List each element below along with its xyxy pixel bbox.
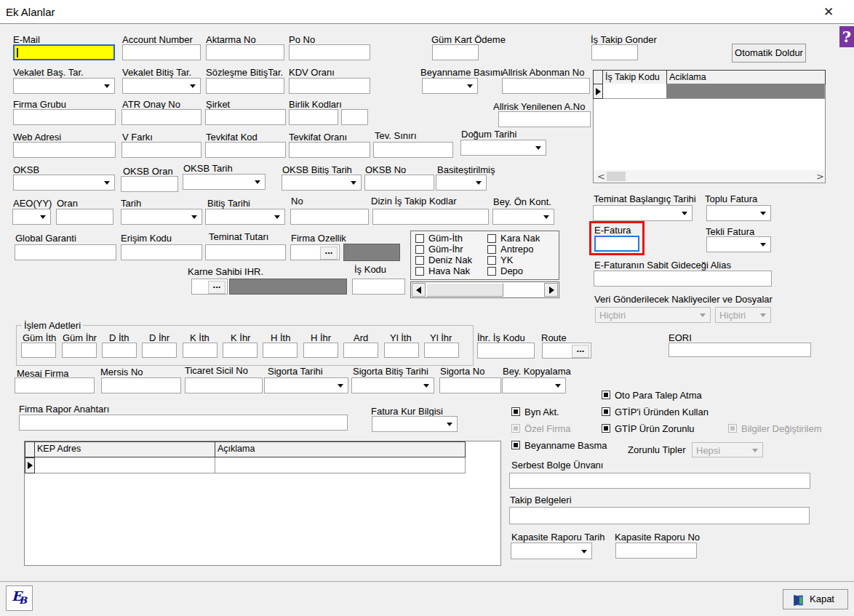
teminat-baslangic-combo[interactable] — [593, 205, 693, 221]
vekalet-bas-combo[interactable] — [13, 78, 115, 94]
scroll-thumb[interactable] — [607, 172, 626, 181]
ellipsis-button[interactable]: ... — [208, 281, 226, 294]
yl-ith-count-input[interactable] — [384, 343, 419, 358]
kara-nak-checkbox[interactable] — [487, 234, 496, 243]
teminat-tutari-input[interactable] — [205, 244, 286, 260]
po-no-input[interactable] — [289, 44, 370, 60]
sigorta-bitis-combo[interactable] — [351, 377, 434, 393]
close-icon[interactable]: ✕ — [819, 4, 838, 20]
oksb-combo[interactable] — [13, 175, 115, 191]
gum-ith-count-input[interactable] — [21, 343, 56, 358]
beyanname-basma-checkbox[interactable] — [511, 441, 520, 449]
fatura-kur-combo[interactable] — [372, 416, 458, 432]
scroll-left-button[interactable] — [412, 283, 426, 297]
scroll-right-icon[interactable]: > — [816, 172, 824, 182]
global-garanti-input[interactable] — [15, 244, 116, 260]
oran-input[interactable] — [56, 209, 113, 225]
gum-ihr-count-input[interactable] — [62, 343, 97, 358]
ihr-is-kodu-input[interactable] — [477, 343, 535, 359]
gum-kart-odeme-input[interactable] — [432, 44, 479, 60]
dizin-input[interactable] — [372, 209, 489, 225]
serbest-bolge-input[interactable] — [509, 473, 810, 489]
mesaj-firma-input[interactable] — [15, 377, 95, 393]
grid-h-scrollbar[interactable]: < > — [594, 170, 825, 183]
otomatik-doldur-button[interactable]: Otomatik Doldur — [732, 44, 806, 63]
oksb-tarih-combo[interactable] — [183, 174, 266, 190]
firma-grubu-input[interactable] — [13, 109, 116, 125]
toplu-fatura-combo[interactable] — [706, 205, 771, 221]
d-ith-count-input[interactable] — [102, 343, 137, 358]
hava-nak-checkbox[interactable] — [415, 267, 424, 276]
tevkifat-orani-input[interactable] — [289, 142, 370, 158]
kep-adres-column-header[interactable]: KEP Adres — [34, 441, 215, 457]
ellipsis-button[interactable]: ... — [320, 247, 338, 260]
kapasite-no-input[interactable] — [615, 543, 697, 559]
yk-checkbox[interactable] — [487, 256, 496, 265]
route-input[interactable]: ... — [542, 343, 591, 359]
grid-cell-aciklama-selected[interactable] — [666, 84, 825, 99]
erisim-kodu-input[interactable] — [121, 244, 202, 260]
ticaret-sicil-input[interactable] — [185, 377, 263, 393]
takip-belgeleri-input[interactable] — [509, 507, 810, 524]
eori-input[interactable] — [669, 343, 811, 357]
gum-ihr-checkbox[interactable] — [415, 245, 424, 254]
kapasite-tarih-combo[interactable] — [511, 543, 592, 559]
bitis-tarihi-combo[interactable] — [205, 209, 285, 225]
gtip-zorunlu-checkbox[interactable] — [602, 424, 610, 433]
nakliye-h-scrollbar[interactable] — [410, 281, 559, 298]
allrisk-yenilenen-input[interactable] — [498, 111, 591, 127]
firma-rapor-input[interactable] — [19, 415, 348, 431]
kapat-button[interactable]: Kapat — [783, 589, 848, 609]
help-icon[interactable]: ? — [839, 26, 854, 47]
h-ith-count-input[interactable] — [263, 343, 298, 358]
mersis-no-input[interactable] — [101, 377, 181, 393]
atr-onay-input[interactable] — [121, 109, 201, 125]
oksb-no-input[interactable] — [364, 175, 434, 191]
antrepo-checkbox[interactable] — [487, 245, 496, 254]
sigorta-no-input[interactable] — [439, 377, 501, 393]
e-fatura-input[interactable] — [594, 236, 639, 252]
tekli-fatura-combo[interactable] — [706, 236, 771, 252]
web-adresi-input[interactable] — [13, 142, 116, 158]
oto-para-checkbox[interactable] — [602, 391, 610, 399]
allrisk-abonman-input[interactable] — [502, 78, 590, 94]
oksb-oran-input[interactable] — [121, 176, 178, 192]
beyanname-basimi-combo[interactable] — [422, 78, 478, 94]
gtip-urunden-checkbox[interactable] — [602, 407, 610, 416]
sigorta-tarihi-combo[interactable] — [264, 377, 348, 393]
scroll-thumb[interactable] — [426, 283, 503, 297]
alias-input[interactable] — [594, 271, 772, 287]
is-takip-gonder-input[interactable] — [591, 44, 638, 60]
v-farki-input[interactable] — [121, 142, 201, 158]
k-ihr-count-input[interactable] — [223, 343, 258, 358]
account-number-input[interactable] — [122, 44, 201, 60]
bey-kopyalama-combo[interactable] — [502, 377, 566, 393]
byn-akt-checkbox[interactable] — [511, 407, 520, 416]
d-ihr-count-input[interactable] — [142, 343, 177, 358]
vekalet-bitis-combo[interactable] — [122, 78, 201, 94]
scroll-left-icon[interactable]: < — [597, 172, 605, 182]
karne-sahibi-input[interactable]: ... — [191, 279, 228, 295]
kdv-orani-input[interactable] — [289, 78, 370, 94]
gum-ith-checkbox[interactable] — [415, 234, 424, 243]
aktarma-no-input[interactable] — [206, 44, 284, 60]
aeo-combo[interactable] — [12, 209, 51, 225]
ard-count-input[interactable] — [343, 343, 378, 358]
oksb-bitis-combo[interactable] — [282, 175, 362, 191]
depo-checkbox[interactable] — [487, 267, 496, 276]
is-takip-kodu-column-header[interactable]: İş Takip Kodu — [602, 70, 667, 84]
no-input[interactable] — [290, 209, 369, 225]
dogum-tarihi-combo[interactable] — [460, 140, 546, 156]
basitestirilmis-combo[interactable] — [436, 175, 487, 191]
scroll-right-button[interactable] — [544, 283, 558, 297]
tev-siniri-input[interactable] — [373, 142, 453, 158]
kep-adres-cell[interactable] — [35, 457, 215, 473]
ellipsis-button[interactable]: ... — [572, 345, 589, 358]
email-input[interactable] — [13, 44, 115, 60]
tevkifat-kod-input[interactable] — [205, 142, 286, 158]
birlik-kodlari-input-2[interactable] — [341, 109, 368, 125]
bey-on-kont-combo[interactable] — [492, 209, 554, 225]
k-ith-count-input[interactable] — [183, 343, 218, 358]
sirket-input[interactable] — [205, 109, 286, 125]
grid-cell-kodu[interactable] — [603, 84, 667, 99]
